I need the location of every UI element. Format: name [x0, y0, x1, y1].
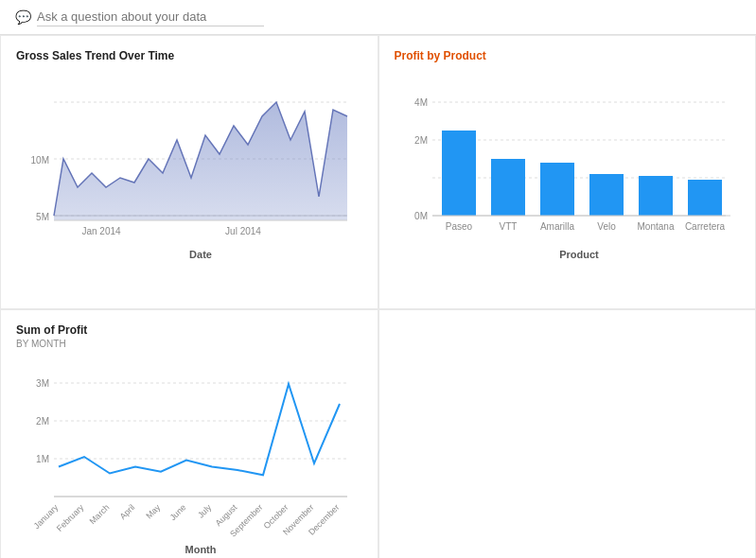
svg-text:3M: 3M — [36, 378, 49, 389]
svg-text:1M: 1M — [36, 454, 49, 464]
sum-of-profit-subtitle: BY MONTH — [16, 339, 362, 349]
svg-text:Jul 2014: Jul 2014 — [225, 226, 261, 236]
svg-text:Montana: Montana — [637, 221, 674, 232]
ask-question-input[interactable] — [37, 8, 264, 26]
svg-text:May: May — [144, 502, 162, 520]
svg-rect-21 — [589, 174, 624, 216]
svg-text:VTT: VTT — [499, 221, 517, 232]
svg-text:0M: 0M — [414, 211, 428, 221]
sum-of-profit-chart: 3M 2M 1M January February March April Ma… — [16, 355, 362, 558]
svg-text:10M: 10M — [31, 155, 49, 166]
svg-text:Month: Month — [185, 544, 217, 555]
svg-text:2M: 2M — [414, 135, 428, 146]
svg-text:July: July — [196, 502, 214, 520]
gross-sales-chart: 10M 5M Jan 2014 Jul 2014 — [16, 64, 362, 295]
chat-icon: 💬 — [15, 9, 31, 25]
sum-of-profit-panel: Sum of Profit BY MONTH 3M 2M 1M — [0, 309, 378, 558]
top-bar: 💬 — [0, 0, 756, 35]
svg-rect-22 — [639, 176, 673, 216]
gross-sales-title: Gross Sales Trend Over Time — [16, 49, 362, 62]
svg-rect-20 — [540, 163, 574, 216]
svg-text:March: March — [88, 502, 112, 526]
svg-rect-18 — [442, 131, 476, 216]
svg-rect-23 — [688, 180, 722, 216]
svg-text:5M: 5M — [36, 212, 49, 222]
svg-text:Date: Date — [189, 249, 212, 260]
svg-text:2M: 2M — [36, 416, 49, 427]
svg-marker-6 — [54, 102, 347, 220]
svg-text:Product: Product — [559, 249, 599, 260]
profit-by-product-title: Profit by Product — [395, 49, 741, 62]
svg-text:Carretera: Carretera — [684, 221, 725, 232]
svg-text:Paseo: Paseo — [445, 221, 472, 232]
svg-text:4M: 4M — [414, 97, 428, 108]
svg-text:Velo: Velo — [597, 221, 616, 232]
sum-of-profit-title: Sum of Profit — [16, 323, 362, 337]
profit-by-product-panel: Profit by Product 4M 2M 0M — [378, 35, 757, 309]
empty-panel — [378, 309, 757, 558]
svg-rect-19 — [491, 159, 525, 216]
svg-text:Amarilla: Amarilla — [539, 221, 574, 232]
gross-sales-panel: Gross Sales Trend Over Time 10M 5M — [0, 35, 378, 309]
profit-by-product-chart: 4M 2M 0M Paseo VTT — [395, 64, 741, 295]
svg-text:June: June — [168, 502, 188, 522]
dashboard: Gross Sales Trend Over Time 10M 5M — [0, 35, 756, 558]
svg-text:Jan 2014: Jan 2014 — [81, 226, 121, 236]
svg-text:February: February — [55, 502, 86, 533]
svg-text:April: April — [118, 502, 137, 521]
